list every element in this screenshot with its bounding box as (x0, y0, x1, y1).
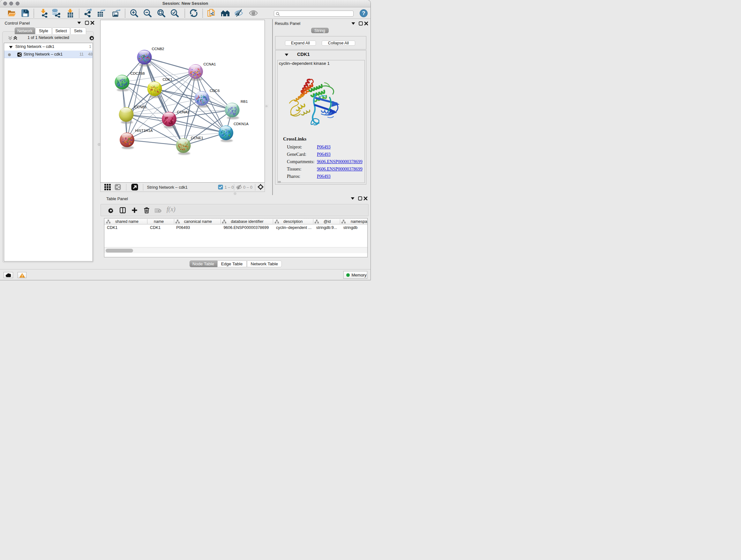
svg-text:CCNE1: CCNE1 (191, 136, 203, 139)
svg-text:CCNA1: CCNA1 (204, 62, 216, 66)
svg-text:?: ? (362, 10, 365, 16)
svg-text:CCNB2: CCNB2 (152, 47, 164, 51)
svg-text:CDKN1A: CDKN1A (233, 122, 249, 125)
svg-text:CDC6: CDC6 (210, 88, 219, 92)
svg-text:CCNA2: CCNA2 (177, 110, 190, 114)
svg-text:RB1: RB1 (241, 99, 248, 103)
svg-text:CDC25B: CDC25B (131, 71, 145, 75)
svg-text:CCNB1: CCNB1 (134, 105, 147, 109)
svg-text:HIST1H1A: HIST1H1A (135, 129, 153, 132)
svg-text:CDK1: CDK1 (163, 78, 173, 81)
